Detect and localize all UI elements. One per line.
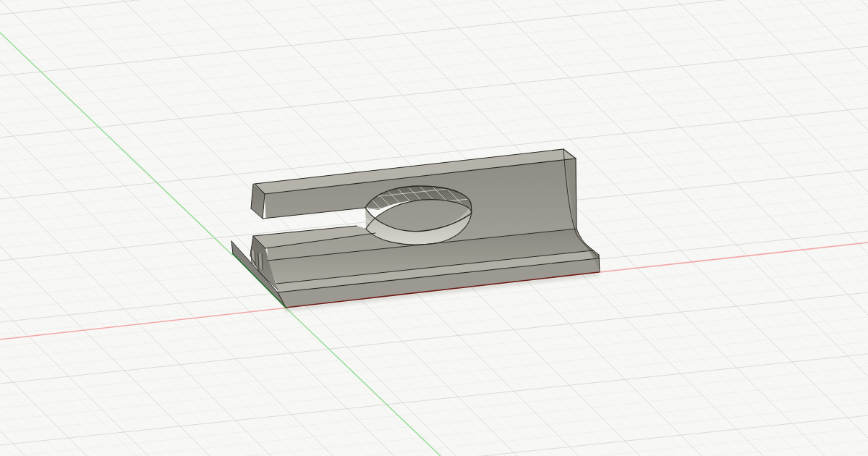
cad-viewport[interactable] bbox=[0, 0, 868, 456]
cad-scene-canvas[interactable] bbox=[0, 0, 868, 456]
